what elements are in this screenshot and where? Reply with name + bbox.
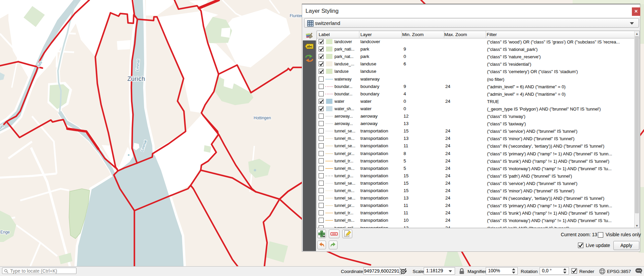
svg-text:abc: abc xyxy=(307,44,312,48)
svg-text:Zürich: Zürich xyxy=(127,75,145,82)
svg-text:Hottingen: Hottingen xyxy=(254,116,271,120)
svg-text:Enge: Enge xyxy=(0,230,10,235)
